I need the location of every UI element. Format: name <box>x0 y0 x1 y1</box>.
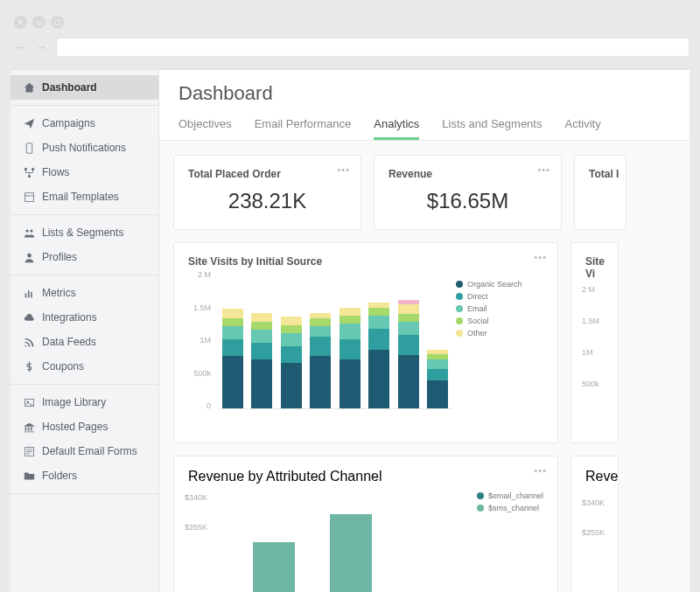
bar-segment <box>427 369 448 380</box>
tab-email-performance[interactable]: Email Performance <box>255 110 352 140</box>
sidebar-item-profiles[interactable]: Profiles <box>10 245 158 269</box>
bar-segment <box>310 356 331 408</box>
send-icon <box>23 117 35 129</box>
card-menu-icon[interactable]: ••• <box>534 252 547 262</box>
svg-point-3 <box>27 174 30 177</box>
sidebar-item-label: Folders <box>42 470 77 482</box>
sidebar-item-label: Dashboard <box>42 81 97 94</box>
sidebar-item-folders[interactable]: Folders <box>10 463 158 488</box>
bar-segment <box>222 356 243 408</box>
chart-legend: Organic SearchDirectEmailSocialOther <box>456 275 543 423</box>
svg-point-2 <box>31 167 33 170</box>
sidebar-item-push-notifications[interactable]: Push Notifications <box>10 136 158 160</box>
y-tick: $340K <box>582 498 605 507</box>
main-content: Dashboard ObjectivesEmail PerformanceAna… <box>159 70 690 592</box>
bar-segment <box>340 339 360 359</box>
legend-item: Direct <box>456 292 543 301</box>
metric-card-total-placed-order: ••• Total Placed Order 238.21K <box>173 155 361 230</box>
sidebar-item-email-templates[interactable]: Email Templates <box>10 185 158 209</box>
chart-title: Site Visits by Initial Source <box>188 255 543 268</box>
sidebar-item-flows[interactable]: Flows <box>10 160 158 185</box>
y-tick: 1.5M <box>193 303 211 312</box>
bar-segment <box>251 359 272 408</box>
metric-value: $16.65M <box>388 185 547 217</box>
page-title: Dashboard <box>159 70 690 110</box>
y-tick: 1M <box>200 336 211 345</box>
sidebar-item-integrations[interactable]: Integrations <box>10 305 158 330</box>
metric-label: Revenue <box>388 168 547 180</box>
sidebar-item-label: Profiles <box>42 251 77 263</box>
tab-objectives[interactable]: Objectives <box>178 110 232 140</box>
sidebar-item-default-email-forms[interactable]: Default Email Forms <box>10 439 158 463</box>
home-icon <box>23 81 35 94</box>
chart-card-revenue-channel: ••• Revenue by Attributed Channel $340K … <box>173 456 558 592</box>
bar-segment <box>398 304 419 314</box>
bar-chart <box>218 493 554 592</box>
bar-segment <box>222 309 243 318</box>
bar-segment <box>398 335 419 355</box>
card-menu-icon[interactable]: ••• <box>537 164 550 175</box>
sidebar-item-label: Data Feeds <box>42 336 96 348</box>
chart-card-cutoff: Site Vi 2 M 1.5M 1M 500k <box>570 242 619 443</box>
phone-icon <box>23 142 35 154</box>
bar-segment <box>398 355 419 409</box>
svg-point-7 <box>30 229 32 232</box>
nav-forward-icon[interactable]: → <box>35 40 47 54</box>
bar-segment <box>398 314 419 322</box>
bar-segment <box>310 318 331 326</box>
metric-card-cutoff: Total I <box>574 155 626 230</box>
bar-segment <box>222 326 243 339</box>
svg-point-8 <box>27 253 32 257</box>
chart-icon <box>23 287 35 299</box>
window-controls: ✕ ▭ ▢ <box>10 10 690 34</box>
tab-analytics[interactable]: Analytics <box>374 110 419 140</box>
metric-label: Total I <box>589 168 612 180</box>
template-icon <box>23 191 35 203</box>
window-close-icon[interactable]: ✕ <box>14 16 27 29</box>
legend-swatch-icon <box>456 330 463 337</box>
metric-cards-row: ••• Total Placed Order 238.21K ••• Reven… <box>173 155 690 230</box>
bar-segment <box>281 346 302 363</box>
bar-segment <box>281 325 302 333</box>
bar-segment <box>398 322 419 335</box>
y-tick: 2 M <box>198 270 211 279</box>
card-menu-icon[interactable]: ••• <box>534 465 547 476</box>
sidebar-item-image-library[interactable]: Image Library <box>10 390 158 414</box>
tabs: ObjectivesEmail PerformanceAnalyticsList… <box>159 110 690 141</box>
sidebar-item-lists-segments[interactable]: Lists & Segments <box>10 220 158 245</box>
bar-segment <box>222 339 243 356</box>
card-menu-icon[interactable]: ••• <box>337 164 350 175</box>
tab-activity[interactable]: Activity <box>564 110 600 140</box>
svg-rect-11 <box>31 291 32 297</box>
window-max-icon[interactable]: ▢ <box>51 16 64 29</box>
bar-column <box>310 313 331 408</box>
bar <box>330 514 372 592</box>
window-min-icon[interactable]: ▭ <box>32 16 46 29</box>
metric-value: 238.21K <box>188 185 346 217</box>
profile-icon <box>23 251 35 263</box>
svg-rect-0 <box>26 143 32 152</box>
y-tick: 500k <box>193 369 211 378</box>
nav-back-icon[interactable]: ← <box>14 40 26 54</box>
y-tick: $340K <box>185 493 207 502</box>
bar-column <box>222 309 243 408</box>
y-axis: 0500k1M1.5M2 M <box>188 275 214 409</box>
sidebar-item-metrics[interactable]: Metrics <box>10 281 158 305</box>
url-bar[interactable] <box>56 38 690 57</box>
legend-swatch-icon <box>456 281 463 288</box>
dollar-icon <box>23 360 35 373</box>
svg-rect-10 <box>27 290 29 297</box>
sidebar-item-hosted-pages[interactable]: Hosted Pages <box>10 414 158 439</box>
sidebar-item-dashboard[interactable]: Dashboard <box>10 75 158 100</box>
sidebar-item-label: Metrics <box>42 287 76 299</box>
sidebar-item-coupons[interactable]: Coupons <box>10 354 158 379</box>
sidebar-item-campaigns[interactable]: Campaigns <box>10 111 158 136</box>
y-tick: $255K <box>185 523 207 532</box>
chart-card-site-visits: ••• Site Visits by Initial Source 0500k1… <box>173 242 558 443</box>
tab-lists-and-segments[interactable]: Lists and Segments <box>442 110 542 140</box>
legend-swatch-icon <box>456 305 463 312</box>
sidebar-item-data-feeds[interactable]: Data Feeds <box>10 330 158 354</box>
y-tick: $255K <box>582 528 605 537</box>
browser-frame: ✕ ▭ ▢ ← → DashboardCampaignsPush Notific… <box>0 0 700 592</box>
sidebar-item-label: Default Email Forms <box>42 445 137 457</box>
